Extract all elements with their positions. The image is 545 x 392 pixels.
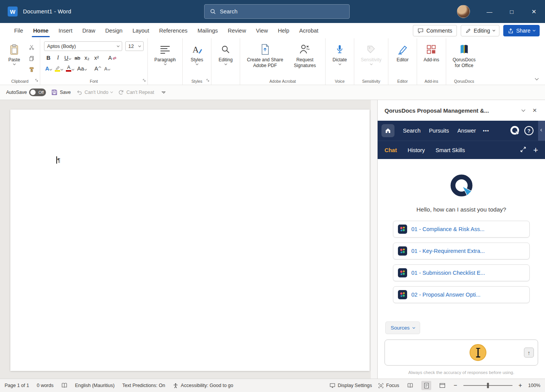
styles-button[interactable]: A Styles: [187, 41, 207, 77]
collapse-ribbon-button[interactable]: [535, 75, 538, 81]
tab-references[interactable]: References: [154, 23, 192, 38]
italic-button[interactable]: I: [54, 53, 62, 62]
proofing-button[interactable]: [61, 382, 67, 389]
customize-quick-access-button[interactable]: [162, 92, 165, 93]
editor-button[interactable]: Editor: [392, 41, 413, 77]
sources-dropdown[interactable]: Sources: [385, 321, 420, 334]
home-button[interactable]: [381, 124, 394, 137]
font-color-button[interactable]: A: [65, 64, 75, 72]
vertical-scrollbar[interactable]: [370, 100, 377, 379]
chevron-down-icon: [117, 44, 119, 47]
addins-button[interactable]: Add-ins: [421, 41, 442, 77]
suggestion-button[interactable]: 01 - Key-Requirement Extra...: [393, 243, 530, 259]
styles-dialog-launcher[interactable]: [206, 77, 209, 83]
page-indicator[interactable]: Page 1 of 1: [5, 383, 29, 388]
nav-search[interactable]: Search: [403, 128, 421, 134]
comments-button[interactable]: Comments: [413, 25, 457, 36]
minimize-button[interactable]: —: [478, 0, 501, 23]
nav-pursuits[interactable]: Pursuits: [429, 128, 449, 134]
chat-input[interactable]: ↑: [385, 340, 538, 366]
tab-mailings[interactable]: Mailings: [193, 23, 223, 38]
font-dialog-launcher[interactable]: [142, 77, 146, 83]
suggestion-button[interactable]: 01 - Submission Checklist E...: [393, 264, 530, 281]
help-button[interactable]: ?: [524, 126, 534, 135]
tab-acrobat[interactable]: Acrobat: [294, 23, 323, 38]
focus-button[interactable]: Focus: [378, 383, 399, 389]
paragraph-button[interactable]: Paragraph: [152, 41, 178, 77]
dictate-button[interactable]: Dictate: [329, 41, 350, 77]
share-button[interactable]: Share: [503, 25, 540, 36]
font-name-select[interactable]: Aptos (Body): [44, 41, 122, 51]
print-layout-button[interactable]: [421, 381, 431, 390]
highlight-button[interactable]: [54, 64, 64, 72]
format-painter-button[interactable]: [27, 65, 36, 74]
clear-formatting-button[interactable]: A: [107, 53, 118, 62]
nav-more-button[interactable]: •••: [483, 128, 489, 134]
language-indicator[interactable]: English (Mauritius): [75, 383, 115, 388]
strikethrough-button[interactable]: ab: [73, 53, 82, 62]
font-size-select[interactable]: 12: [125, 41, 144, 51]
save-icon: [51, 89, 57, 95]
pane-collapse-button[interactable]: [517, 105, 529, 116]
editing-button[interactable]: Editing: [215, 41, 236, 77]
editing-mode-button[interactable]: Editing: [461, 25, 499, 36]
zoom-level[interactable]: 100%: [528, 383, 540, 388]
read-mode-button[interactable]: [405, 381, 415, 390]
document-page[interactable]: ¶: [10, 110, 370, 371]
superscript-button[interactable]: x²: [92, 53, 101, 62]
word-count[interactable]: 0 words: [37, 383, 54, 388]
accessibility-indicator[interactable]: Accessibility: Good to go: [173, 383, 233, 389]
bold-button[interactable]: B: [44, 53, 53, 62]
tab-view[interactable]: View: [251, 23, 273, 38]
copy-button[interactable]: [27, 54, 36, 62]
change-case-button[interactable]: Aa: [76, 64, 88, 72]
tab-layout[interactable]: Layout: [128, 23, 154, 38]
tab-chat[interactable]: Chat: [385, 147, 397, 153]
web-layout-button[interactable]: [437, 381, 447, 390]
zoom-slider-thumb[interactable]: [487, 383, 489, 388]
tab-home[interactable]: Home: [28, 23, 53, 38]
qorusdocs-button[interactable]: QorusDocsfor Office: [450, 41, 478, 77]
search-box[interactable]: Search: [204, 4, 350, 19]
zoom-out-button[interactable]: −: [453, 382, 457, 389]
underline-button[interactable]: U: [63, 53, 72, 62]
zoom-slider[interactable]: [463, 385, 512, 386]
nav-answer[interactable]: Answer: [457, 128, 476, 134]
display-settings-button[interactable]: Display Settings: [329, 382, 372, 389]
suggestion-button[interactable]: 02 - Proposal Answer Opti...: [393, 286, 530, 303]
close-button[interactable]: ×: [523, 0, 545, 23]
user-avatar[interactable]: [457, 5, 470, 18]
text-effects-button[interactable]: A: [44, 64, 53, 72]
maximize-button[interactable]: □: [501, 0, 523, 23]
expand-chat-button[interactable]: [520, 146, 526, 154]
send-button[interactable]: ↑: [524, 348, 534, 358]
tab-design[interactable]: Design: [100, 23, 128, 38]
tab-review[interactable]: Review: [223, 23, 251, 38]
save-button[interactable]: Save: [51, 89, 71, 95]
tab-insert[interactable]: Insert: [54, 23, 77, 38]
clipboard-dialog-launcher[interactable]: [35, 77, 38, 83]
mouse-cursor-highlight: [470, 344, 486, 361]
paste-button[interactable]: Paste: [4, 41, 25, 77]
cut-button[interactable]: [27, 43, 36, 51]
word-app-icon[interactable]: W: [8, 7, 18, 16]
zoom-in-button[interactable]: +: [519, 382, 522, 389]
suggestion-button[interactable]: 01 - Compliance & Risk Ass...: [393, 221, 530, 238]
new-chat-button[interactable]: +: [533, 146, 538, 154]
request-signatures-button[interactable]: RequestSignatures: [288, 41, 321, 77]
text-predictions-indicator[interactable]: Text Predictions: On: [122, 383, 165, 388]
autosave-control[interactable]: AutoSave Off: [6, 89, 46, 96]
tab-help[interactable]: Help: [273, 23, 295, 38]
create-share-pdf-button[interactable]: Create and ShareAdobe PDF: [244, 41, 286, 77]
pane-close-button[interactable]: ×: [529, 105, 540, 116]
tab-draw[interactable]: Draw: [77, 23, 100, 38]
autosave-toggle[interactable]: Off: [29, 89, 46, 96]
pane-expand-strip[interactable]: [538, 121, 545, 141]
document-canvas[interactable]: ¶: [0, 100, 370, 379]
tab-history[interactable]: History: [408, 147, 425, 153]
grow-font-button[interactable]: A: [93, 64, 102, 72]
tab-file[interactable]: File: [9, 23, 28, 38]
tab-smart-skills[interactable]: Smart Skills: [435, 147, 465, 153]
shrink-font-button[interactable]: A: [103, 64, 111, 72]
subscript-button[interactable]: x₂: [82, 53, 91, 62]
